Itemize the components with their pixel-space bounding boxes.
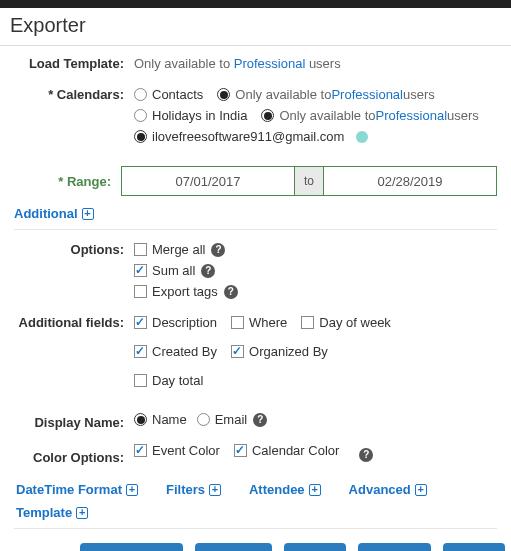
- checkbox-event-color[interactable]: [134, 444, 147, 457]
- plus-icon: +: [209, 484, 221, 496]
- holidays-option-label: Holidays in India: [152, 108, 247, 123]
- range-to-label: to: [295, 166, 323, 196]
- checkbox-description[interactable]: [134, 316, 147, 329]
- radio-contacts-pro: [217, 88, 230, 101]
- download-pdf-button[interactable]: PDF: [443, 543, 505, 551]
- color-options-label: Color Options:: [14, 450, 134, 465]
- page-title: Exporter: [0, 8, 511, 46]
- contacts-pro-suffix: users: [403, 87, 435, 102]
- help-icon[interactable]: ?: [359, 448, 373, 462]
- download-csv-button[interactable]: CSV: [284, 543, 347, 551]
- radio-holidays[interactable]: [134, 109, 147, 122]
- plus-icon: +: [126, 484, 138, 496]
- radio-contacts[interactable]: [134, 88, 147, 101]
- attendee-label: Attendee: [249, 482, 305, 497]
- day-of-week-label: Day of week: [319, 315, 391, 330]
- download-html-button[interactable]: HTML: [358, 543, 431, 551]
- help-icon[interactable]: ?: [211, 243, 225, 257]
- professional-link[interactable]: Professional: [234, 56, 306, 71]
- calendar-color-dot: [356, 131, 368, 143]
- checkbox-calendar-color[interactable]: [234, 444, 247, 457]
- checkbox-where[interactable]: [231, 316, 244, 329]
- plus-icon: +: [309, 484, 321, 496]
- merge-all-label: Merge all: [152, 242, 205, 257]
- load-template-label: Load Template:: [14, 56, 134, 71]
- additional-toggle-label: Additional: [14, 206, 78, 221]
- checkbox-day-total[interactable]: [134, 374, 147, 387]
- load-template-text-prefix: Only available to: [134, 56, 234, 71]
- window-topbar: [0, 0, 511, 8]
- range-label: * Range:: [14, 174, 121, 189]
- sum-all-label: Sum all: [152, 263, 195, 278]
- checkbox-day-of-week[interactable]: [301, 316, 314, 329]
- advanced-label: Advanced: [349, 482, 411, 497]
- email-option-label: ilovefreesoftware911@gmail.com: [152, 129, 344, 144]
- where-label: Where: [249, 315, 287, 330]
- checkbox-merge-all[interactable]: [134, 243, 147, 256]
- help-icon[interactable]: ?: [201, 264, 215, 278]
- divider: [14, 229, 497, 230]
- display-name-email-label: Email: [215, 412, 248, 427]
- description-label: Description: [152, 315, 217, 330]
- professional-link-3[interactable]: Professional: [376, 108, 448, 123]
- calendars-label: * Calendars:: [14, 87, 134, 102]
- template-label: Template: [16, 505, 72, 520]
- plus-icon: +: [76, 507, 88, 519]
- exporter-form: Load Template: Only available to Profess…: [0, 46, 511, 551]
- advanced-toggle[interactable]: Advanced+: [349, 482, 427, 497]
- datetime-format-toggle[interactable]: DateTime Format+: [16, 482, 138, 497]
- filters-label: Filters: [166, 482, 205, 497]
- checkbox-created-by[interactable]: [134, 345, 147, 358]
- radio-display-name[interactable]: [134, 413, 147, 426]
- radio-holidays-pro: [261, 109, 274, 122]
- load-template-text-suffix: users: [305, 56, 340, 71]
- help-icon[interactable]: ?: [253, 413, 267, 427]
- divider: [14, 528, 497, 529]
- download-excel2007-button[interactable]: Excel2007: [80, 543, 182, 551]
- display-name-name-label: Name: [152, 412, 187, 427]
- contacts-option-label: Contacts: [152, 87, 203, 102]
- plus-icon: +: [415, 484, 427, 496]
- display-name-label: Display Name:: [14, 415, 134, 430]
- radio-email[interactable]: [134, 130, 147, 143]
- help-icon[interactable]: ?: [224, 285, 238, 299]
- event-color-label: Event Color: [152, 443, 220, 458]
- template-toggle[interactable]: Template+: [16, 505, 88, 520]
- radio-display-email[interactable]: [197, 413, 210, 426]
- download-excel5-button[interactable]: Excel5: [195, 543, 272, 551]
- checkbox-export-tags[interactable]: [134, 285, 147, 298]
- plus-icon: +: [82, 208, 94, 220]
- checkbox-sum-all[interactable]: [134, 264, 147, 277]
- attendee-toggle[interactable]: Attendee+: [249, 482, 321, 497]
- range-from-input[interactable]: [121, 166, 295, 196]
- created-by-label: Created By: [152, 344, 217, 359]
- holidays-pro-prefix: Only available to: [279, 108, 375, 123]
- range-to-input[interactable]: [323, 166, 497, 196]
- professional-link-2[interactable]: Professional: [331, 87, 403, 102]
- holidays-pro-suffix: users: [447, 108, 479, 123]
- export-tags-label: Export tags: [152, 284, 218, 299]
- options-label: Options:: [14, 242, 134, 257]
- calendar-color-label: Calendar Color: [252, 443, 339, 458]
- filters-toggle[interactable]: Filters+: [166, 482, 221, 497]
- organized-by-label: Organized By: [249, 344, 328, 359]
- day-total-label: Day total: [152, 373, 203, 388]
- checkbox-organized-by[interactable]: [231, 345, 244, 358]
- additional-toggle[interactable]: Additional +: [14, 206, 94, 221]
- contacts-pro-prefix: Only available to: [235, 87, 331, 102]
- additional-fields-label: Additional fields:: [14, 315, 134, 330]
- datetime-format-label: DateTime Format: [16, 482, 122, 497]
